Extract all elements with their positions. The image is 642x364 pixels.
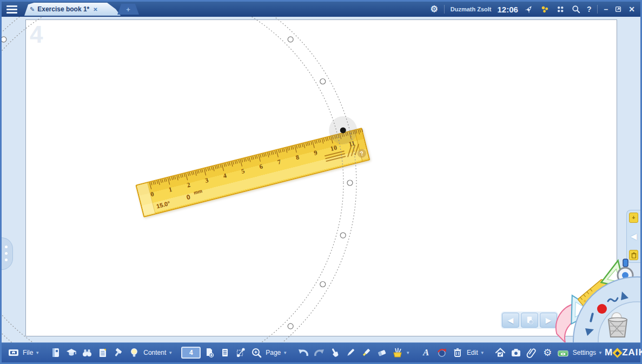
separator: [597, 5, 598, 14]
ruler-tick: [291, 147, 292, 150]
dial-arrow-up-icon[interactable]: [621, 292, 628, 300]
page-number-box[interactable]: 4: [181, 347, 201, 359]
mini-bin-button[interactable]: [629, 250, 638, 260]
zoom-page-icon[interactable]: [249, 345, 263, 361]
idea-bulb-icon[interactable]: [127, 345, 141, 361]
top-bar: ✎ Exercise book 1* ✕ + ⚙ Duzmath Zsolt 1…: [2, 2, 640, 17]
ruler-tick: [306, 143, 307, 146]
media-library-icon[interactable]: [48, 345, 63, 361]
ruler-cm-label: 4: [222, 171, 227, 180]
ruler-tick: [271, 151, 272, 155]
workbook-canvas[interactable]: 4 01234567891011 15.0° 0 mm ? ◀ ▶: [2, 17, 640, 342]
content-group: Content ▼: [48, 345, 175, 361]
pencil-case-icon[interactable]: [556, 345, 571, 361]
edit-menu[interactable]: Edit: [467, 349, 478, 356]
brush-palette-icon[interactable]: [390, 345, 405, 361]
page-menu[interactable]: Page: [266, 349, 281, 356]
left-panel-handle[interactable]: [2, 237, 13, 270]
notes-icon[interactable]: [95, 345, 110, 361]
search-icon[interactable]: [571, 4, 581, 14]
content-caret-icon[interactable]: ▼: [168, 350, 173, 355]
ruler-tick: [189, 173, 190, 176]
screenshot-camera-icon[interactable]: [509, 345, 524, 361]
add-page-icon[interactable]: [202, 345, 216, 361]
ruler-tick: [244, 158, 245, 162]
main-menu-button[interactable]: [4, 3, 20, 16]
ruler-tick: [220, 164, 221, 168]
page-layout-path-icon[interactable]: [233, 345, 248, 361]
highlighter-tool-icon[interactable]: [359, 345, 373, 361]
ruler-tick: [171, 177, 172, 180]
apps-grid-icon[interactable]: [555, 4, 565, 14]
collapse-panel-arrow-icon[interactable]: ◀: [631, 231, 637, 241]
tab-exercise-book[interactable]: ✎ Exercise book 1* ✕: [24, 3, 121, 16]
ruler-tick: [350, 131, 352, 135]
ruler-tick: [316, 140, 317, 143]
ruler-tick: [342, 134, 343, 137]
content-menu[interactable]: Content: [143, 349, 166, 356]
undo-icon[interactable]: [296, 345, 310, 361]
file-menu[interactable]: File: [23, 349, 33, 356]
ruler-tick: [282, 149, 283, 152]
record-icon[interactable]: [434, 345, 449, 361]
pen-tool-icon[interactable]: [343, 345, 358, 361]
edit-caret-icon[interactable]: ▼: [480, 350, 485, 355]
next-page-button[interactable]: ▶: [540, 313, 557, 328]
ruler-tick: [198, 170, 200, 173]
ruler-tick: [227, 163, 228, 166]
ruler-tick: [323, 138, 325, 142]
search-media-binoculars-icon[interactable]: [80, 345, 94, 361]
ruler-cm-label: 10: [329, 144, 337, 153]
ruler-cm-label: 7: [277, 158, 282, 167]
workbook-icon[interactable]: [6, 345, 21, 361]
ruler-tick: [336, 135, 337, 138]
file-caret-icon[interactable]: ▼: [35, 350, 39, 355]
restore-window-icon[interactable]: [614, 5, 623, 14]
ruler-cm-label: 8: [295, 153, 300, 162]
clock: 12:06: [498, 5, 518, 14]
tools-hammer-icon[interactable]: [111, 345, 125, 361]
compass-icon[interactable]: [618, 259, 633, 291]
ruler-tick: [184, 174, 185, 177]
ruler-tick: [236, 161, 237, 164]
ruler-tick: [155, 181, 156, 184]
ruler-tick: [347, 133, 348, 136]
brush-caret-icon[interactable]: ▼: [406, 350, 410, 355]
education-cap-icon[interactable]: [64, 345, 78, 361]
freehand-draw-icon[interactable]: [327, 345, 342, 361]
prev-page-button[interactable]: ◀: [502, 313, 519, 328]
mozaik-dots-icon[interactable]: [540, 4, 550, 14]
settings-menu[interactable]: Settings: [573, 349, 596, 356]
ruler-tick: [311, 142, 312, 145]
redo-icon[interactable]: [312, 345, 326, 361]
eraser-tool-icon[interactable]: [374, 345, 389, 361]
minimize-icon[interactable]: –: [604, 5, 608, 14]
edit-group: A Edit ▼: [419, 345, 487, 361]
close-icon[interactable]: ✕: [628, 5, 635, 14]
add-item-button[interactable]: +: [629, 213, 638, 223]
add-page-button[interactable]: [521, 313, 538, 328]
home-icon[interactable]: [493, 345, 508, 361]
text-tool-icon[interactable]: A: [419, 345, 433, 361]
delete-trash-icon[interactable]: [450, 345, 465, 361]
settings-caret-icon[interactable]: ▼: [598, 350, 603, 355]
ruler-tick: [255, 156, 256, 159]
ruler-tick: [211, 167, 212, 170]
tab-close-icon[interactable]: ✕: [93, 6, 97, 12]
ruler-tick: [296, 145, 297, 149]
attachment-clip-icon[interactable]: [525, 345, 539, 361]
ruler-tick: [286, 148, 287, 153]
new-tab-button[interactable]: +: [117, 4, 139, 15]
rocket-icon[interactable]: [524, 4, 534, 14]
exercise-page[interactable]: [25, 19, 617, 336]
settings-gear-icon[interactable]: ⚙: [540, 345, 555, 361]
page-caret-icon[interactable]: ▼: [283, 350, 287, 355]
quick-settings-icon[interactable]: ⚙: [430, 5, 438, 14]
ruler-tick: [260, 154, 261, 157]
help-icon[interactable]: ?: [587, 5, 592, 14]
rotation-snap-node[interactable]: [2, 37, 6, 42]
page-list-icon[interactable]: [217, 345, 232, 361]
mozaik-logo: M ZAIK: [605, 347, 642, 358]
ruler-tick: [169, 177, 170, 181]
ruler-tick: [300, 144, 301, 148]
